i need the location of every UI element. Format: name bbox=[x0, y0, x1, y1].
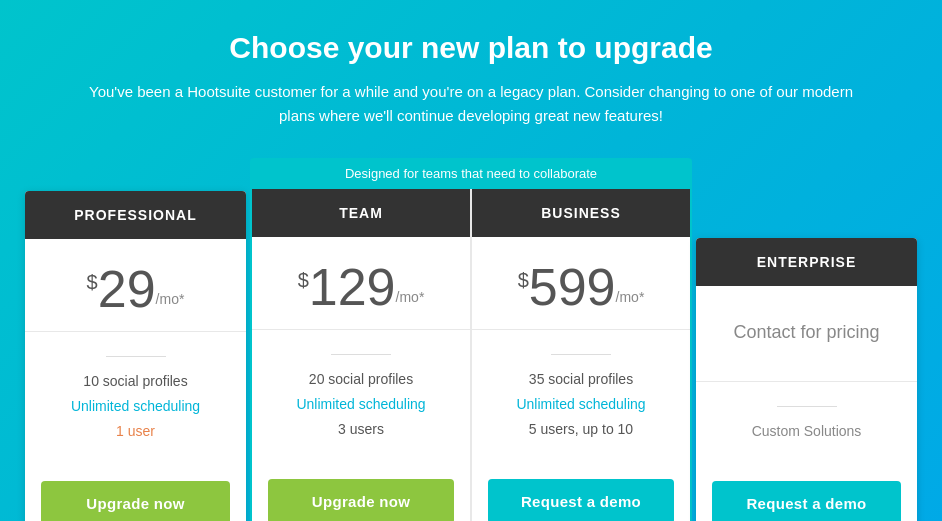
price-amount-professional: 29 bbox=[98, 263, 156, 315]
upgrade-button-team[interactable]: Upgrade now bbox=[268, 479, 454, 521]
header-subtitle: You've been a Hootsuite customer for a w… bbox=[71, 80, 871, 128]
price-mo-professional: /mo* bbox=[156, 291, 185, 307]
feature-profiles-team: 20 social profiles bbox=[309, 367, 413, 392]
plan-button-section-professional: Upgrade now bbox=[25, 465, 246, 521]
demo-button-enterprise[interactable]: Request a demo bbox=[712, 481, 901, 521]
price-dollar-team: $ bbox=[298, 269, 309, 292]
feature-scheduling-team: Unlimited scheduling bbox=[296, 392, 425, 417]
divider bbox=[106, 356, 166, 357]
price-amount-team: 129 bbox=[309, 261, 396, 313]
plan-card-business: BUSINESS $ 599 /mo* 35 social profiles U… bbox=[471, 189, 690, 521]
plan-card-enterprise: ENTERPRISE Contact for pricing Custom So… bbox=[696, 238, 917, 521]
plan-price-enterprise: Contact for pricing bbox=[696, 286, 917, 382]
plan-button-section-team: Upgrade now bbox=[252, 463, 470, 521]
price-dollar-business: $ bbox=[518, 269, 529, 292]
plans-container: PROFESSIONAL $ 29 /mo* 10 social profile… bbox=[21, 158, 921, 521]
plan-card-professional: PROFESSIONAL $ 29 /mo* 10 social profile… bbox=[25, 191, 246, 521]
divider bbox=[777, 406, 837, 407]
featured-plans: TEAM $ 129 /mo* 20 social profiles Unlim… bbox=[250, 189, 692, 521]
feature-users-business: 5 users, up to 10 bbox=[529, 417, 633, 442]
divider bbox=[551, 354, 611, 355]
plan-features-business: 35 social profiles Unlimited scheduling … bbox=[472, 330, 690, 463]
plan-features-team: 20 social profiles Unlimited scheduling … bbox=[252, 330, 470, 463]
plan-button-section-business: Request a demo bbox=[472, 463, 690, 521]
price-amount-business: 599 bbox=[529, 261, 616, 313]
plan-header-professional: PROFESSIONAL bbox=[25, 191, 246, 239]
featured-badge: Designed for teams that need to collabor… bbox=[250, 158, 692, 189]
plan-features-professional: 10 social profiles Unlimited scheduling … bbox=[25, 332, 246, 465]
feature-users-professional: 1 user bbox=[116, 419, 155, 444]
demo-button-business[interactable]: Request a demo bbox=[488, 479, 674, 521]
feature-scheduling-professional: Unlimited scheduling bbox=[71, 394, 200, 419]
feature-solutions-enterprise: Custom Solutions bbox=[752, 419, 862, 444]
featured-wrapper: Designed for teams that need to collabor… bbox=[250, 158, 692, 521]
plan-header-enterprise: ENTERPRISE bbox=[696, 238, 917, 286]
price-contact-enterprise: Contact for pricing bbox=[716, 310, 897, 365]
plan-features-enterprise: Custom Solutions bbox=[696, 382, 917, 464]
plan-button-section-enterprise: Request a demo bbox=[696, 465, 917, 521]
plan-header-team: TEAM bbox=[252, 189, 470, 237]
price-dollar-professional: $ bbox=[87, 271, 98, 294]
price-mo-team: /mo* bbox=[396, 289, 425, 305]
plan-header-business: BUSINESS bbox=[472, 189, 690, 237]
plan-card-team: TEAM $ 129 /mo* 20 social profiles Unlim… bbox=[252, 189, 471, 521]
plan-price-professional: $ 29 /mo* bbox=[25, 239, 246, 332]
feature-scheduling-business: Unlimited scheduling bbox=[516, 392, 645, 417]
plan-price-team: $ 129 /mo* bbox=[252, 237, 470, 330]
feature-users-team: 3 users bbox=[338, 417, 384, 442]
plan-price-business: $ 599 /mo* bbox=[472, 237, 690, 330]
upgrade-button-professional[interactable]: Upgrade now bbox=[41, 481, 230, 521]
header-section: Choose your new plan to upgrade You've b… bbox=[71, 30, 871, 128]
feature-profiles-business: 35 social profiles bbox=[529, 367, 633, 392]
page-title: Choose your new plan to upgrade bbox=[71, 30, 871, 66]
feature-profiles-professional: 10 social profiles bbox=[83, 369, 187, 394]
price-mo-business: /mo* bbox=[616, 289, 645, 305]
divider bbox=[331, 354, 391, 355]
